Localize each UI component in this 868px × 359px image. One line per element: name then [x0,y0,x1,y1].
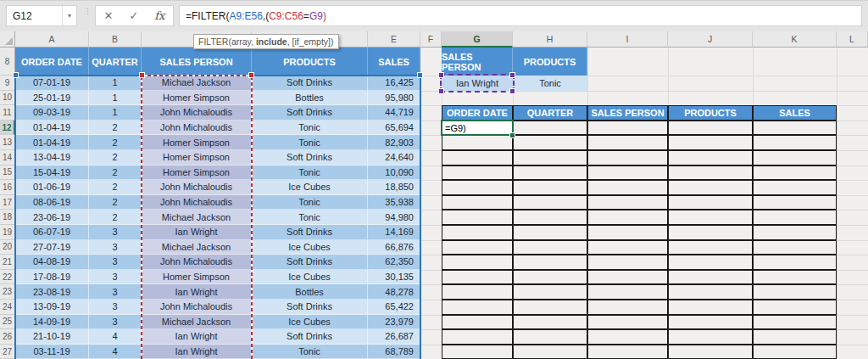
row-header-21[interactable]: 21 [0,255,15,270]
cell-B16[interactable]: 2 [89,180,142,195]
output-cell-J20[interactable] [668,240,753,255]
cell-E21[interactable]: 62,350 [368,255,420,270]
criteria-value-products[interactable]: Tonic [513,76,587,91]
cell-A17[interactable]: 08-06-19 [15,195,89,210]
output-cell-I13[interactable] [587,135,668,150]
cell-B19[interactable]: 3 [89,225,142,240]
output-cell-I25[interactable] [587,315,668,330]
output-header-1[interactable]: QUARTER [513,105,587,121]
cell-C17[interactable]: John Michaloudis [142,195,252,210]
criteria-value-sales-person[interactable]: Ian Wright [442,76,513,91]
output-cell-K12[interactable] [753,121,837,136]
row-header-26[interactable]: 26 [0,329,15,345]
output-cell-H23[interactable] [513,284,587,300]
row-header-9[interactable]: 9 [0,76,15,91]
output-cell-K17[interactable] [753,195,837,210]
formula-input[interactable]: =FILTER(A9:E56,(C9:C56=G9) [179,5,862,26]
left-table-header-0[interactable]: ORDER DATE [15,48,89,76]
cell-E12[interactable]: 65,694 [368,121,420,136]
row-header-23[interactable]: 23 [0,284,15,300]
output-cell-G21[interactable] [442,255,513,270]
row-header-11[interactable]: 11 [0,105,15,121]
output-cell-J18[interactable] [668,210,753,225]
cancel-entry-button[interactable]: ✕ [104,9,114,22]
row-header-27[interactable]: 27 [0,345,15,359]
output-cell-H26[interactable] [513,329,587,345]
output-cell-J21[interactable] [668,255,753,270]
cell-C24[interactable]: John Michaloudis [142,300,252,315]
cell-D9[interactable]: Soft Drinks [252,76,368,91]
output-cell-G23[interactable] [442,284,513,300]
cell-D26[interactable]: Soft Drinks [252,329,368,345]
cell-A23[interactable]: 23-08-19 [15,284,89,300]
left-table-header-3[interactable]: PRODUCTS [252,48,368,76]
cell-B9[interactable]: 1 [89,76,142,91]
cell-A11[interactable]: 09-03-19 [15,105,89,121]
cell-A27[interactable]: 03-11-19 [15,345,89,359]
cell-C25[interactable]: Michael Jackson [142,315,252,330]
column-header-l[interactable]: L [837,31,868,48]
insert-function-icon[interactable]: fx [154,9,164,22]
output-cell-J27[interactable] [668,345,753,359]
cell-A26[interactable]: 21-10-19 [15,329,89,345]
cell-A20[interactable]: 27-07-19 [15,240,89,255]
output-cell-J13[interactable] [668,135,753,150]
name-box-cell-ref[interactable]: G12 [7,10,62,22]
cell-E16[interactable]: 18,850 [368,180,420,195]
row-header-18[interactable]: 18 [0,210,15,225]
output-header-4[interactable]: SALES [753,105,837,121]
cell-A9[interactable]: 07-01-19 [15,76,89,91]
row-header-19[interactable]: 19 [0,225,15,240]
cell-A12[interactable]: 01-04-19 [15,121,89,136]
cell-D19[interactable]: Soft Drinks [252,225,368,240]
output-cell-H21[interactable] [513,255,587,270]
confirm-entry-button[interactable]: ✓ [129,9,138,22]
cell-A13[interactable]: 01-04-19 [15,135,89,150]
cell-E27[interactable]: 68,789 [368,345,420,359]
criteria-header-products[interactable]: PRODUCTS [513,48,587,76]
output-cell-I17[interactable] [587,195,668,210]
cell-C23[interactable]: Ian Wright [142,284,252,300]
output-cell-K13[interactable] [753,135,837,150]
cell-D21[interactable]: Soft Drinks [252,255,368,270]
output-cell-K26[interactable] [753,329,837,345]
cell-B13[interactable]: 2 [89,135,142,150]
cell-C10[interactable]: Homer Simpson [142,91,252,106]
output-cell-G27[interactable] [442,345,513,359]
output-cell-K16[interactable] [753,180,837,195]
cell-E19[interactable]: 14,169 [368,225,420,240]
output-cell-I12[interactable] [587,121,668,136]
output-cell-K23[interactable] [753,284,837,300]
cell-B20[interactable]: 3 [89,240,142,255]
cell-D22[interactable]: Ice Cubes [252,270,368,285]
output-cell-I22[interactable] [587,270,668,285]
cell-C9[interactable]: Michael Jackson [142,76,252,91]
output-cell-I18[interactable] [587,210,668,225]
output-cell-G24[interactable] [442,300,513,315]
output-cell-K20[interactable] [753,240,837,255]
cell-A18[interactable]: 23-06-19 [15,210,89,225]
cell-E22[interactable]: 30,135 [368,270,420,285]
column-header-f[interactable]: F [420,31,442,48]
output-cell-G15[interactable] [442,165,513,181]
cell-B24[interactable]: 3 [89,300,142,315]
cell-D17[interactable]: Tonic [252,195,368,210]
output-cell-K19[interactable] [753,225,837,240]
output-header-0[interactable]: ORDER DATE [442,105,513,121]
output-cell-J17[interactable] [668,195,753,210]
row-header-24[interactable]: 24 [0,300,15,315]
output-cell-G26[interactable] [442,329,513,345]
output-cell-K14[interactable] [753,150,837,165]
row-header-13[interactable]: 13 [0,135,15,150]
cell-C21[interactable]: John Michaloudis [142,255,252,270]
cell-E23[interactable]: 48,278 [368,284,420,300]
output-cell-J23[interactable] [668,284,753,300]
output-cell-G16[interactable] [442,180,513,195]
cell-A19[interactable]: 06-07-19 [15,225,89,240]
output-cell-I26[interactable] [587,329,668,345]
row-header-15[interactable]: 15 [0,165,15,181]
name-box[interactable]: G12 ▾ [6,5,77,26]
cell-A15[interactable]: 15-04-19 [15,165,89,181]
output-cell-J24[interactable] [668,300,753,315]
output-cell-H18[interactable] [513,210,587,225]
